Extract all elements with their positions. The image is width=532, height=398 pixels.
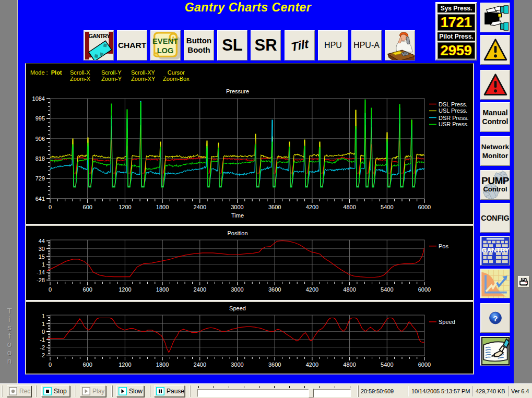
svg-text:1200: 1200 [119,204,131,210]
svg-text:1: 1 [42,321,45,327]
svg-text:1200: 1200 [119,361,131,368]
svg-text:2400: 2400 [194,361,206,368]
svg-text:?: ? [493,313,498,322]
svg-text:600: 600 [83,286,92,293]
svg-text:-2: -2 [40,344,45,351]
svg-text:4800: 4800 [343,204,356,210]
svg-text:641: 641 [36,196,45,202]
svg-text:1: 1 [42,313,45,319]
svg-text:1: 1 [42,261,45,268]
svg-text:0: 0 [42,329,45,335]
svg-text:GANTRY: GANTRY [481,246,510,254]
svg-text:-14: -14 [37,269,45,275]
svg-text:4800: 4800 [343,361,356,368]
svg-text:6000: 6000 [418,361,431,368]
svg-text:GANTRY: GANTRY [88,33,110,39]
svg-text:1800: 1800 [156,361,169,368]
svg-text:5400: 5400 [381,361,393,368]
svg-text:0: 0 [49,361,52,368]
svg-text:-2: -2 [40,352,45,358]
svg-text:5400: 5400 [381,204,393,210]
svg-text:6000: 6000 [418,286,431,293]
svg-text:3600: 3600 [268,286,281,293]
svg-text:4200: 4200 [306,286,318,293]
svg-text:EVENT: EVENT [152,37,178,45]
svg-text:3000: 3000 [231,204,243,210]
svg-text:3600: 3600 [268,204,281,210]
svg-text:DSR Press.: DSR Press. [439,115,468,121]
svg-text:USL Press.: USL Press. [439,107,467,114]
svg-text:0: 0 [49,204,52,210]
svg-text:Position: Position [227,230,247,236]
svg-text:30: 30 [39,246,45,252]
svg-text:995: 995 [36,115,45,122]
svg-text:Speed: Speed [439,319,455,325]
svg-text:3000: 3000 [231,286,243,293]
svg-text:1800: 1800 [156,286,169,293]
svg-text:4200: 4200 [306,361,318,368]
svg-text:4800: 4800 [343,286,356,293]
svg-text:6000: 6000 [418,204,431,210]
svg-text:4200: 4200 [306,204,318,210]
svg-text:5400: 5400 [381,286,393,293]
svg-text:2400: 2400 [194,204,206,210]
svg-text:LOG: LOG [157,46,173,54]
svg-text:0: 0 [49,286,52,293]
svg-text:3600: 3600 [268,361,281,368]
svg-text:1084: 1084 [32,95,45,102]
svg-text:906: 906 [36,136,45,142]
svg-text:DSL Press.: DSL Press. [439,101,467,107]
svg-text:600: 600 [83,204,92,210]
svg-text:729: 729 [36,175,45,182]
svg-text:15: 15 [39,254,45,260]
svg-text:1800: 1800 [156,204,169,210]
svg-text:3000: 3000 [231,361,243,368]
svg-text:44: 44 [39,238,45,244]
svg-text:Pos: Pos [439,243,448,249]
svg-text:-28: -28 [37,277,45,283]
svg-text:600: 600 [83,361,92,368]
svg-text:Pressure: Pressure [226,88,249,94]
svg-text:-1: -1 [40,336,45,343]
svg-text:Time: Time [231,212,244,219]
svg-text:Speed: Speed [229,305,246,311]
svg-text:USR Press.: USR Press. [439,121,468,127]
svg-text:818: 818 [36,155,45,162]
svg-text:2400: 2400 [194,286,206,293]
svg-text:1200: 1200 [119,286,131,293]
